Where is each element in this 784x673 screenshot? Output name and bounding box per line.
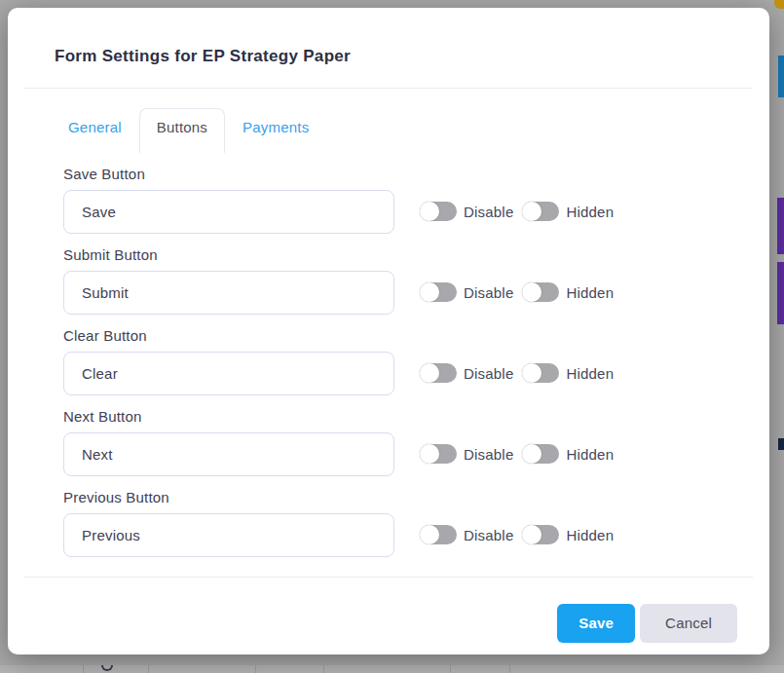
- toggle-knob: [420, 202, 439, 221]
- hidden-toggle[interactable]: [522, 525, 559, 544]
- hidden-toggle-label: Hidden: [566, 284, 614, 301]
- hidden-toggle-group: Hidden: [522, 525, 614, 544]
- disable-toggle[interactable]: [420, 444, 457, 464]
- form-settings-modal: Form Settings for EP Strategy Paper Gene…: [8, 8, 769, 654]
- background-fragment-blue: [778, 56, 784, 97]
- toggle-knob: [522, 525, 541, 544]
- hidden-toggle-label: Hidden: [566, 204, 614, 220]
- clear-button-text-input[interactable]: [63, 352, 394, 395]
- hidden-toggle-group: Hidden: [522, 363, 614, 383]
- submit-button-text-input[interactable]: [63, 271, 394, 315]
- background-bottom-band: [0, 665, 784, 673]
- hidden-toggle[interactable]: [522, 363, 559, 383]
- field-label: Next Button: [63, 408, 730, 425]
- hidden-toggle-group: Hidden: [522, 444, 614, 464]
- background-fragment-purple: [777, 262, 784, 324]
- disable-toggle-group: Disable: [420, 363, 513, 383]
- hidden-toggle-label: Hidden: [566, 446, 614, 463]
- disable-toggle-group: Disable: [420, 282, 513, 302]
- hidden-toggle[interactable]: [522, 202, 559, 221]
- save-button[interactable]: Save: [557, 604, 635, 643]
- form-row-submit-button: Submit Button Disable Hidden: [55, 246, 730, 315]
- toggle-knob: [522, 202, 541, 221]
- disable-toggle[interactable]: [420, 525, 457, 544]
- disable-toggle-label: Disable: [464, 446, 513, 463]
- disable-toggle[interactable]: [420, 363, 457, 383]
- field-label: Clear Button: [63, 327, 730, 344]
- tab-bar: General Buttons Payments: [51, 108, 730, 148]
- background-divider: [83, 665, 84, 673]
- background-divider: [255, 665, 256, 673]
- toggle-knob: [420, 282, 439, 302]
- background-divider: [323, 665, 324, 673]
- form-row-clear-button: Clear Button Disable Hidden: [55, 327, 730, 395]
- form-row-save-button: Save Button Disable Hidden: [55, 166, 730, 234]
- disable-toggle-label: Disable: [464, 204, 513, 220]
- form-row-previous-button: Previous Button Disable Hidden: [55, 489, 730, 557]
- previous-button-text-input[interactable]: [63, 513, 394, 557]
- disable-toggle-group: Disable: [420, 202, 513, 221]
- background-fragment-gold: [774, 0, 784, 9]
- tab-general[interactable]: General: [51, 108, 139, 148]
- hidden-toggle-label: Hidden: [566, 365, 614, 382]
- disable-toggle[interactable]: [420, 282, 457, 302]
- save-button-text-input[interactable]: [63, 190, 394, 234]
- form-row-next-button: Next Button Disable Hidden: [55, 408, 730, 476]
- background-divider: [450, 665, 451, 673]
- modal-header: Form Settings for EP Strategy Paper: [8, 8, 769, 88]
- toggle-knob: [522, 282, 541, 302]
- tab-buttons[interactable]: Buttons: [139, 108, 225, 153]
- toggle-knob: [420, 444, 439, 464]
- disable-toggle-label: Disable: [464, 365, 513, 382]
- disable-toggle-label: Disable: [464, 284, 513, 301]
- cancel-button[interactable]: Cancel: [640, 604, 737, 643]
- background-divider: [148, 665, 149, 673]
- tab-payments[interactable]: Payments: [225, 108, 326, 148]
- toggle-knob: [522, 363, 541, 383]
- background-fragment-purple: [777, 198, 784, 254]
- hidden-toggle-label: Hidden: [566, 527, 614, 543]
- modal-footer: Save Cancel: [24, 577, 753, 654]
- toggle-knob: [522, 444, 541, 464]
- modal-body: General Buttons Payments Save Button Dis…: [8, 89, 769, 570]
- next-button-text-input[interactable]: [63, 432, 394, 476]
- disable-toggle-group: Disable: [420, 525, 513, 544]
- disable-toggle[interactable]: [420, 202, 457, 221]
- field-label: Save Button: [63, 166, 730, 182]
- background-glyph: [101, 665, 113, 671]
- toggle-knob: [420, 363, 439, 383]
- field-label: Submit Button: [63, 246, 730, 263]
- field-label: Previous Button: [63, 489, 730, 505]
- hidden-toggle-group: Hidden: [522, 282, 614, 302]
- disable-toggle-label: Disable: [464, 527, 513, 543]
- disable-toggle-group: Disable: [420, 444, 513, 464]
- modal-title: Form Settings for EP Strategy Paper: [55, 47, 730, 66]
- hidden-toggle[interactable]: [522, 444, 559, 464]
- hidden-toggle-group: Hidden: [522, 202, 614, 221]
- background-divider: [509, 665, 510, 673]
- toggle-knob: [420, 525, 439, 544]
- hidden-toggle[interactable]: [522, 282, 559, 302]
- background-fragment-dark: [778, 438, 784, 450]
